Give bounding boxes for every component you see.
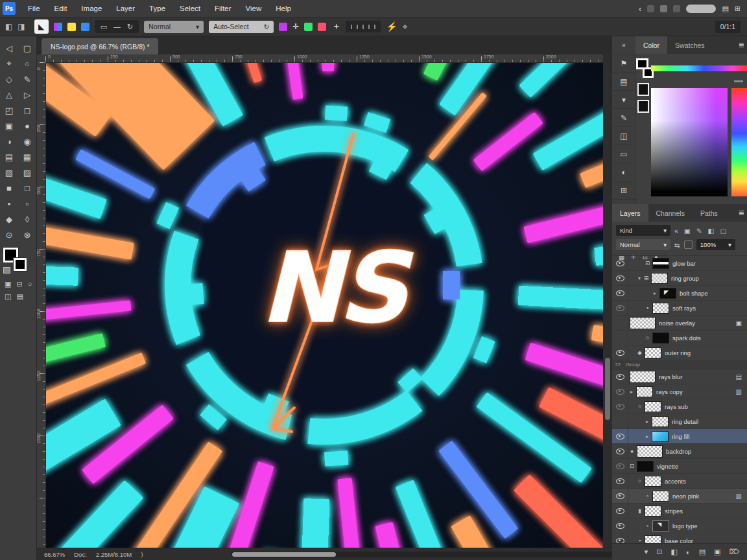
layer-thumbnail[interactable]	[652, 332, 669, 344]
dock-icon-5[interactable]: ▭	[612, 145, 635, 163]
layer-row[interactable]: ▾⊞ring group	[612, 271, 747, 286]
layer-row[interactable]: ◆outer ring	[612, 345, 747, 360]
dock-icon-7[interactable]: ⊞	[612, 181, 635, 200]
filter-icon[interactable]: ▢	[720, 227, 727, 235]
toolbar-mini-icon[interactable]: ⊟	[16, 280, 22, 288]
layer-thumbnail[interactable]	[652, 258, 669, 269]
menu-edit[interactable]: Edit	[47, 0, 75, 17]
tool-12[interactable]: ◑	[0, 134, 18, 149]
menu-file[interactable]: File	[21, 0, 47, 17]
toolbar-mini-icon[interactable]: ▤	[16, 292, 23, 301]
tab-layers[interactable]: Layers	[612, 204, 648, 222]
layer-row[interactable]: ▸rays copy▥	[612, 384, 747, 399]
vertical-scrollbar[interactable]	[603, 54, 612, 548]
dock-icon-2[interactable]: ▾	[612, 91, 635, 109]
layer-name[interactable]: logo type	[672, 522, 698, 530]
tool-1[interactable]: ▢	[18, 40, 36, 56]
brush-icon[interactable]: ⚡	[386, 21, 397, 32]
tool-25[interactable]: ⊗	[18, 227, 36, 242]
filter-icon[interactable]: ▣	[684, 227, 691, 235]
visibility-cell[interactable]	[612, 459, 628, 473]
layer-thumbnail[interactable]	[652, 303, 669, 314]
layer-thumbnail[interactable]	[645, 347, 661, 358]
footer-icon[interactable]: ▾	[645, 548, 648, 556]
tool-16[interactable]: ▧	[0, 165, 18, 180]
filter-icon[interactable]: ◧	[708, 227, 715, 235]
layer-name[interactable]: spark dots	[672, 334, 701, 342]
visibility-cell[interactable]	[612, 533, 628, 544]
swatch-a[interactable]	[637, 83, 649, 96]
align-icon[interactable]: ✛	[292, 22, 299, 31]
lock-checkbox[interactable]	[684, 240, 693, 249]
expander-icon[interactable]: ▸	[652, 290, 658, 296]
visibility-cell[interactable]	[612, 256, 628, 270]
filter-icon[interactable]: ✎	[696, 227, 702, 235]
tool-13[interactable]: ◉	[18, 134, 36, 149]
tool-4[interactable]: ◇	[0, 71, 18, 87]
tool-23[interactable]: ◊	[18, 211, 36, 227]
tool-8[interactable]: ◰	[0, 102, 18, 118]
layer-blend-mode-select[interactable]: Normal ▾	[616, 239, 670, 250]
default-colors-icon[interactable]	[3, 267, 10, 274]
footer-icon[interactable]: ◐	[686, 548, 691, 556]
layer-row[interactable]: ▸bolt shape	[612, 286, 747, 301]
visibility-cell[interactable]	[612, 474, 628, 488]
panel-menu-icon[interactable]: ≣	[739, 41, 747, 49]
visibility-cell[interactable]	[612, 504, 628, 518]
tool-15[interactable]: ▦	[18, 149, 36, 165]
layer-name[interactable]: ring detail	[672, 418, 698, 425]
tab-paths[interactable]: Paths	[693, 204, 726, 222]
hue-slider[interactable]	[651, 65, 747, 71]
layer-name[interactable]: vignette	[657, 463, 678, 470]
layer-thumbnail[interactable]	[645, 401, 661, 412]
eye-icon[interactable]	[616, 389, 624, 395]
layer-row[interactable]: ●backdrop	[612, 444, 747, 459]
layer-row[interactable]: ▸ring detail	[612, 414, 747, 429]
vertical-scrollbar-thumb[interactable]	[605, 358, 610, 420]
tool-9[interactable]: ◻	[18, 102, 36, 118]
layer-thumbnail[interactable]	[637, 461, 654, 472]
horizontal-scrollbar-thumb[interactable]	[232, 552, 336, 557]
layer-thumbnail[interactable]	[630, 317, 656, 329]
swatch-purple[interactable]	[279, 23, 287, 31]
eye-icon[interactable]	[616, 275, 624, 281]
tool-17[interactable]: ▨	[18, 165, 36, 180]
layer-row[interactable]: ▪base color	[612, 533, 747, 544]
visibility-cell[interactable]	[612, 301, 628, 315]
grid-icon[interactable]: ▤	[722, 5, 728, 13]
expander-icon[interactable]: ▸	[628, 389, 635, 395]
layer-name[interactable]: stripes	[665, 508, 683, 515]
visibility-cell[interactable]	[612, 286, 628, 300]
layer-name[interactable]: bolt shape	[680, 290, 708, 297]
layer-row[interactable]: ⊡glow bar	[612, 256, 747, 271]
tool-20[interactable]: ▪	[0, 196, 18, 211]
stroke-width-field[interactable]	[346, 21, 381, 32]
workspace-toggle-1[interactable]	[647, 5, 654, 12]
expander-icon[interactable]: ▸	[644, 434, 650, 439]
footer-icon[interactable]: ◧	[671, 548, 678, 556]
visibility-cell[interactable]	[612, 519, 628, 533]
eye-icon[interactable]	[616, 290, 624, 296]
visibility-cell[interactable]	[612, 444, 628, 458]
layer-row[interactable]: rays blur▤	[612, 369, 747, 384]
layer-name[interactable]: rays blur	[659, 373, 682, 380]
footer-icon[interactable]: ⊡	[656, 548, 662, 556]
eye-icon[interactable]	[616, 305, 624, 311]
layer-name[interactable]: ring fill	[672, 433, 689, 440]
horizontal-scrollbar[interactable]	[231, 552, 633, 557]
visibility-cell[interactable]	[612, 384, 628, 399]
footer-icon[interactable]: ▤	[699, 548, 706, 556]
color-chip-1[interactable]	[54, 23, 62, 31]
visibility-cell[interactable]	[612, 429, 628, 443]
visibility-cell[interactable]	[612, 331, 628, 345]
tool-21[interactable]: ▫	[18, 196, 36, 211]
eye-icon[interactable]	[616, 478, 624, 484]
layer-thumbnail[interactable]	[651, 273, 668, 284]
foreground-background-swatches[interactable]	[3, 248, 32, 276]
dock-icon-4[interactable]: ◫	[612, 127, 635, 145]
tool-2[interactable]: ⌖	[0, 56, 18, 71]
status-arrow-icon[interactable]: ⟩	[141, 551, 143, 558]
tool-3[interactable]: ○	[18, 56, 36, 71]
layer-name[interactable]: neon pink	[672, 493, 699, 500]
dock-icon-0[interactable]: ⚑	[612, 54, 635, 73]
